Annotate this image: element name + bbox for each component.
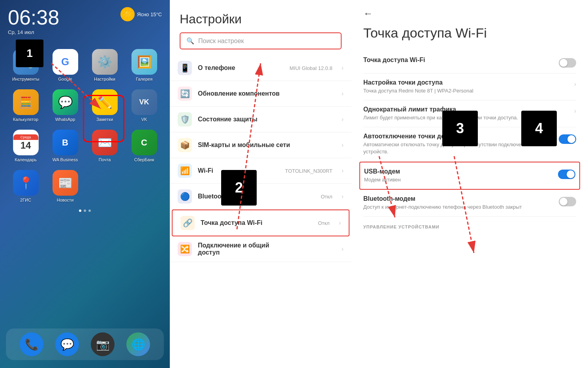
- dot-2: [84, 209, 86, 212]
- security-main: Состояние защиты: [198, 116, 336, 123]
- settings-item-sim[interactable]: 📦 SIM-карты и мобильные сети ›: [170, 132, 351, 158]
- app-instruments-label: Инструменты: [12, 77, 39, 81]
- wifi-value: TOTOLINK_N300RT: [285, 168, 333, 174]
- date: Ср, 14 июл: [8, 29, 59, 35]
- app-calculator-label: Калькулятор: [13, 117, 38, 122]
- settings-item-connection[interactable]: 🔀 Подключение и общий доступ ›: [170, 236, 351, 262]
- bluetooth-icon: 🔵: [178, 189, 192, 204]
- page-dots: [0, 209, 170, 212]
- app-2gis-label: 2ГИС: [20, 198, 31, 202]
- wifi-chevron: ›: [342, 167, 344, 174]
- vk-icon: VK: [132, 89, 157, 115]
- wifi-hotspot-config-text: Настройка точки доступа Точка доступа Re…: [363, 79, 568, 94]
- wifi-usb-modem-title: USB-модем: [364, 168, 552, 175]
- wifi-hotspot-toggle-title: Точка доступа Wi-Fi: [363, 57, 553, 64]
- settings-item-about[interactable]: 📱 О телефоне MIUI Global 12.0.8 ›: [170, 55, 351, 81]
- panel-home: 06:38 Ср, 14 июл ☀️ Ясно 15°C 1 🔧 Инстру…: [0, 0, 170, 368]
- app-google[interactable]: G Google: [47, 49, 83, 81]
- dock-camera[interactable]: 📷: [91, 332, 115, 356]
- wifi-hotspot-toggle-text: Точка доступа Wi-Fi: [363, 57, 553, 65]
- about-chevron: ›: [342, 64, 344, 72]
- wifi-usb-modem-text: USB-модем Модем активен: [364, 168, 552, 183]
- settings-item-hotspot[interactable]: 🔗 Точка доступа Wi-Fi Откл ›: [172, 209, 349, 236]
- dock: 📞 💬 📷 🌐: [6, 328, 164, 360]
- app-whatsapp[interactable]: 💬 WhatsApp: [47, 89, 83, 122]
- dock-chrome[interactable]: 🌐: [126, 332, 150, 356]
- connection-icon: 🔀: [178, 242, 192, 256]
- toggle-knob-bt: [560, 198, 567, 206]
- settings-item-security[interactable]: 🛡️ Состояние защиты ›: [170, 107, 351, 132]
- app-wa-business-label: WA Business: [53, 157, 78, 162]
- app-mail-label: Почта: [99, 157, 111, 162]
- clock: 06:38: [8, 7, 59, 28]
- about-icon: 📱: [178, 61, 192, 75]
- hotspot-value: Откл: [318, 220, 330, 226]
- wifi-hotspot-config-item[interactable]: Настройка точки доступа Точка доступа Re…: [363, 74, 576, 100]
- app-gallery[interactable]: 🖼️ Галерея: [126, 49, 162, 81]
- wifi-bt-modem-title: Bluetooth-модем: [363, 195, 553, 202]
- app-news[interactable]: 📰 Новости: [47, 170, 83, 202]
- update-icon: 🔄: [178, 87, 192, 101]
- app-wa-business[interactable]: B WA Business: [47, 130, 83, 162]
- wifi-hotspot-title: Точка доступа Wi-Fi: [363, 25, 576, 41]
- settings-icon: ⚙️: [92, 49, 118, 75]
- back-button[interactable]: ←: [363, 8, 576, 19]
- wifi-usb-modem-desc: Модем активен: [364, 176, 552, 183]
- search-box[interactable]: 🔍 Поиск настроек: [180, 32, 342, 49]
- wifi-hotspot-toggle[interactable]: [559, 58, 576, 68]
- dock-messages[interactable]: 💬: [55, 332, 79, 356]
- wifi-usb-modem-item: USB-модем Модем активен: [359, 162, 580, 190]
- app-empty2: [126, 170, 162, 202]
- gallery-icon: 🖼️: [132, 49, 157, 75]
- search-placeholder: Поиск настроек: [198, 38, 335, 45]
- app-calculator[interactable]: 🧮 Калькулятор: [8, 89, 43, 122]
- app-2gis[interactable]: 📍 2ГИС: [8, 170, 43, 202]
- app-vk[interactable]: VK VK: [126, 89, 162, 122]
- app-sber-label: СберБанк: [134, 157, 154, 162]
- app-gallery-label: Галерея: [136, 77, 152, 81]
- app-whatsapp-label: WhatsApp: [55, 117, 75, 122]
- update-main: Обновление компонентов: [198, 90, 336, 97]
- gis2-icon: 📍: [13, 170, 39, 196]
- app-settings[interactable]: ⚙️ Настройки: [87, 49, 122, 81]
- panel-wifi-hotspot: ← Точка доступа Wi-Fi Точка доступа Wi-F…: [351, 0, 588, 368]
- settings-item-update[interactable]: 🔄 Обновление компонентов ›: [170, 81, 351, 107]
- wifi-auto-off-toggle[interactable]: [559, 134, 576, 144]
- security-icon: 🛡️: [178, 112, 192, 126]
- app-news-label: Новости: [57, 198, 74, 202]
- security-text: Состояние защиты: [198, 116, 336, 123]
- wifi-bt-modem-text: Bluetooth-модем Доступ к интернет-подклю…: [363, 195, 553, 211]
- step3-badge: 3: [442, 111, 478, 146]
- toggle-knob-hotspot: [560, 59, 567, 67]
- connection-text: Подключение и общий доступ: [198, 242, 336, 256]
- hotspot-chevron: ›: [339, 219, 341, 226]
- wifi-bt-modem-item: Bluetooth-модем Доступ к интернет-подклю…: [363, 190, 576, 217]
- sber-icon: С: [132, 130, 157, 155]
- wifi-bt-modem-toggle[interactable]: [559, 197, 576, 206]
- sim-text: SIM-карты и мобильные сети: [198, 142, 336, 149]
- apps-row-4: 📍 2ГИС 📰 Новости: [0, 166, 170, 206]
- wifi-usb-modem-toggle[interactable]: [558, 170, 575, 179]
- weather-icon: ☀️: [120, 7, 135, 21]
- step1-badge: 1: [16, 40, 43, 67]
- app-vk-label: VK: [141, 117, 147, 122]
- step2-badge: 2: [221, 170, 257, 206]
- security-chevron: ›: [342, 116, 344, 123]
- weather-text: Ясно 15°C: [137, 11, 162, 17]
- about-text: О телефоне: [198, 64, 284, 72]
- calculator-icon: 🧮: [13, 89, 39, 115]
- dock-phone[interactable]: 📞: [20, 332, 43, 356]
- about-value: MIUI Global 12.0.8: [289, 65, 332, 71]
- hotspot-text: Точка доступа Wi-Fi: [201, 219, 312, 226]
- dot-1: [79, 209, 81, 212]
- sim-chevron: ›: [342, 142, 344, 149]
- wifi-hotspot-config-desc: Точка доступа Redmi Note 8T | WPA2-Perso…: [363, 87, 568, 94]
- app-calendar[interactable]: Среда 14 Календарь: [8, 130, 43, 162]
- connection-main: Подключение и общий: [198, 242, 336, 249]
- app-settings-label: Настройки: [94, 77, 115, 81]
- settings-item-bluetooth[interactable]: 🔵 Bluetooth Откл ›: [170, 184, 351, 209]
- settings-item-wifi[interactable]: 📶 Wi-Fi TOTOLINK_N300RT ›: [170, 158, 351, 184]
- panel-settings: Настройки 🔍 Поиск настроек 📱 О телефоне …: [170, 0, 351, 368]
- app-sber[interactable]: С СберБанк: [126, 130, 162, 162]
- whatsapp-icon: 💬: [53, 89, 78, 115]
